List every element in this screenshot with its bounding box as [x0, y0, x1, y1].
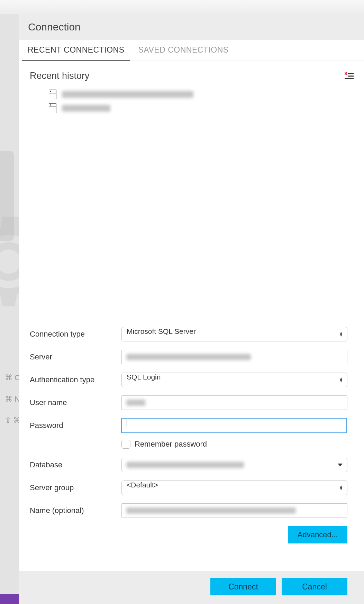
recent-connection-item[interactable] — [49, 101, 354, 115]
database-label: Database — [30, 460, 121, 469]
server-label: Server — [30, 353, 121, 362]
connection-type-value: Microsoft SQL Server — [127, 327, 196, 335]
authentication-type-label: Authentication type — [30, 375, 121, 384]
background-shortcut-hints: ⌘ O ⌘ N ⇧ ⌘ — [5, 367, 21, 431]
dialog-footer: Connect Cancel — [19, 571, 364, 604]
name-label: Name (optional) — [30, 506, 121, 515]
connection-form: Connection type Microsoft SQL Server ▲▼ … — [19, 320, 364, 550]
authentication-type-value: SQL Login — [127, 373, 161, 381]
dialog-tabs: RECENT CONNECTIONS SAVED CONNECTIONS — [19, 40, 364, 61]
server-group-label: Server group — [30, 483, 121, 492]
background-statusbar-accent — [0, 594, 19, 604]
redacted-value — [126, 462, 244, 468]
redacted-value — [126, 507, 296, 514]
checkbox-box — [121, 440, 130, 449]
cancel-button[interactable]: Cancel — [282, 578, 347, 595]
text-cursor — [127, 419, 127, 427]
username-label: User name — [30, 398, 121, 407]
dialog-title: Connection — [19, 14, 364, 40]
server-icon — [49, 90, 56, 99]
authentication-type-select[interactable]: SQL Login — [121, 373, 347, 387]
tab-recent-connections[interactable]: RECENT CONNECTIONS — [22, 40, 130, 61]
clear-list-icon — [345, 72, 354, 80]
advanced-button[interactable]: Advanced... — [288, 526, 347, 543]
password-label: Password — [30, 421, 121, 430]
recent-connection-label — [62, 105, 110, 112]
password-input[interactable] — [121, 418, 347, 433]
recent-connection-item[interactable] — [49, 88, 354, 101]
window-titlebar — [0, 0, 364, 14]
connection-type-select[interactable]: Microsoft SQL Server — [121, 327, 347, 341]
redacted-value — [126, 400, 145, 406]
server-group-select[interactable]: <Default> — [121, 481, 347, 495]
connect-button[interactable]: Connect — [210, 578, 276, 595]
server-icon — [49, 103, 56, 113]
clear-history-button[interactable] — [345, 72, 354, 80]
server-group-value: <Default> — [127, 481, 158, 489]
connection-type-label: Connection type — [30, 330, 121, 339]
remember-password-label: Remember password — [135, 440, 207, 449]
remember-password-checkbox[interactable]: Remember password — [121, 440, 347, 449]
recent-connection-label — [62, 91, 193, 98]
redacted-value — [126, 354, 251, 360]
connection-dialog: Connection RECENT CONNECTIONS SAVED CONN… — [19, 14, 364, 604]
recent-history-heading: Recent history — [30, 71, 90, 81]
tab-saved-connections[interactable]: SAVED CONNECTIONS — [133, 40, 234, 61]
username-input[interactable] — [121, 395, 347, 410]
